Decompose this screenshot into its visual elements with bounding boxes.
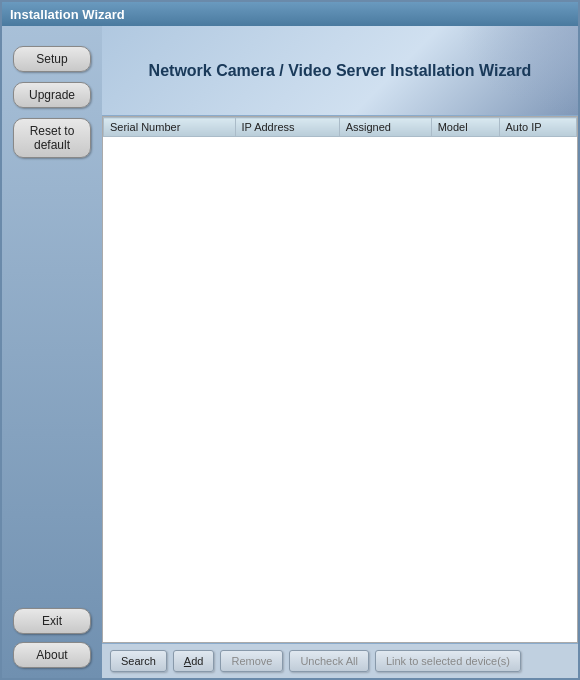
bottom-toolbar: Search Add Remove Uncheck All Link to se…	[102, 643, 578, 678]
header-title: Network Camera / Video Server Installati…	[149, 62, 532, 80]
upgrade-button[interactable]: Upgrade	[13, 82, 91, 108]
sidebar-top: Setup Upgrade Reset to default	[2, 36, 102, 598]
col-assigned: Assigned	[339, 118, 431, 137]
main-area: Network Camera / Video Server Installati…	[102, 26, 578, 678]
uncheck-all-button[interactable]: Uncheck All	[289, 650, 368, 672]
link-button[interactable]: Link to selected device(s)	[375, 650, 521, 672]
main-window: Installation Wizard Setup Upgrade Reset …	[0, 0, 580, 680]
col-serial: Serial Number	[104, 118, 236, 137]
header-panel: Network Camera / Video Server Installati…	[102, 26, 578, 116]
col-model: Model	[431, 118, 499, 137]
window-title: Installation Wizard	[10, 7, 125, 22]
sidebar-bottom: Exit About	[2, 598, 102, 678]
device-table-container[interactable]: Serial Number IP Address Assigned Model …	[102, 116, 578, 643]
col-autoip: Auto IP	[499, 118, 577, 137]
add-button[interactable]: Add	[173, 650, 215, 672]
col-ip: IP Address	[235, 118, 339, 137]
exit-button[interactable]: Exit	[13, 608, 91, 634]
remove-button[interactable]: Remove	[220, 650, 283, 672]
content-area: Setup Upgrade Reset to default Exit Abou…	[2, 26, 578, 678]
sidebar: Setup Upgrade Reset to default Exit Abou…	[2, 26, 102, 678]
title-bar: Installation Wizard	[2, 2, 578, 26]
device-table: Serial Number IP Address Assigned Model …	[103, 117, 577, 137]
search-button[interactable]: Search	[110, 650, 167, 672]
setup-button[interactable]: Setup	[13, 46, 91, 72]
about-button[interactable]: About	[13, 642, 91, 668]
search-button-label: Search	[121, 655, 156, 667]
add-button-rest: dd	[191, 655, 203, 667]
reset-button[interactable]: Reset to default	[13, 118, 91, 158]
